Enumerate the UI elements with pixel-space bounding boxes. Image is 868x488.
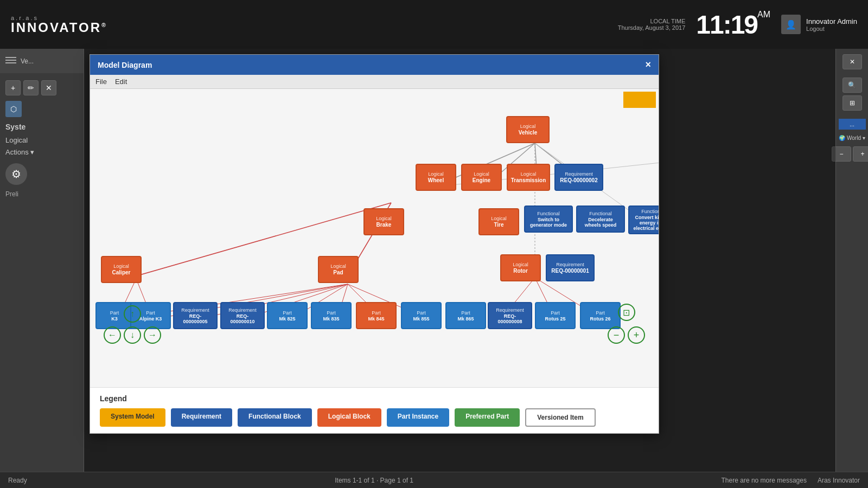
legend-logical-block[interactable]: Logical Block [317,408,381,427]
right-panel-plus-btn[interactable]: + [853,146,868,162]
zoom-out-btn[interactable]: − [608,326,625,344]
node-tire[interactable]: Logical Tire [478,208,519,235]
legend-title: Legend [100,394,649,403]
legend-requirement[interactable]: Requirement [171,408,232,427]
logo-area: a.r.a.s INNOVATOR® [11,15,107,34]
node-pad[interactable]: Logical Pad [318,256,359,283]
legend-functional-block[interactable]: Functional Block [238,408,312,427]
svg-line-22 [535,143,659,252]
nav-down-btn[interactable]: ↓ [124,326,141,344]
logo-bottom: INNOVATOR® [11,21,107,34]
node-transmission[interactable]: Logical Transmission [507,164,550,191]
top-bar: a.r.a.s INNOVATOR® LOCAL TIME Thursday, … [0,0,868,49]
sidebar-vehicle-label: Ve... [21,57,78,65]
legend-part-instance[interactable]: Part Instance [387,408,449,427]
node-req005[interactable]: Requirement REQ-000000005 [173,302,218,329]
clock-ampm: AM [757,10,770,20]
logout-link[interactable]: Logout [806,25,857,32]
legend-versioned-item[interactable]: Versioned Item [525,408,595,427]
diagram-area: Logical Vehicle Logical Wheel Logical En… [90,89,659,387]
time-label: LOCAL TIME [618,18,686,24]
legend-items: System Model Requirement Functional Bloc… [100,408,649,427]
nav-controls: ↑ ← ↓ → [104,305,161,344]
connections-svg [90,89,659,387]
node-mk865[interactable]: Part Mk 865 [445,302,486,329]
menu-edit[interactable]: Edit [115,78,127,86]
modal-title: Model Diagram [98,61,152,69]
sidebar-toolbar: + ✏ ✕ [5,78,78,98]
hamburger-icon[interactable] [5,57,16,66]
modal-close-btn[interactable]: × [645,59,651,70]
sidebar-content: + ✏ ✕ ⬡ Syste Logical Actions ▾ ⚙ Preli [0,73,84,202]
sidebar-icon-btn2[interactable]: ⬡ [5,101,22,117]
status-items: Items 1-1 of 1 · Page 1 of 1 [335,477,413,484]
node-vehicle[interactable]: Logical Vehicle [506,116,550,143]
sidebar-title: Syste [5,120,78,134]
right-panel-close-btn[interactable]: ✕ [843,54,862,69]
sidebar-edit-btn[interactable]: ✏ [23,80,39,95]
zoom-fit-btn[interactable]: ⊡ [618,304,635,321]
time-area: LOCAL TIME Thursday, August 3, 2017 11:1… [618,10,857,40]
nav-left-btn[interactable]: ← [104,326,121,344]
node-brake[interactable]: Logical Brake [363,208,404,235]
sidebar-gear[interactable]: ⚙ [5,163,27,185]
user-avatar: 👤 [781,15,801,34]
modal-overlay: Model Diagram × File Edit [84,49,835,472]
sidebar-prel: Preli [5,190,78,198]
node-req2[interactable]: Requirement REQ-00000002 [554,164,603,191]
nav-up-btn[interactable]: ↑ [124,305,141,323]
sidebar-delete-btn[interactable]: ✕ [41,80,56,95]
sidebar-actions[interactable]: Actions ▾ [5,146,78,158]
node-func2[interactable]: Functional Decelerate wheels speed [576,206,625,233]
time-date: Thursday, August 3, 2017 [618,24,686,31]
right-panel: ✕ 🔍 ⊞ ... 🌍 World ▾ − + [835,49,868,488]
status-ready: Ready [8,477,27,484]
node-caliper[interactable]: Logical Caliper [101,256,142,283]
zoom-controls: ⊡ − + [608,304,645,344]
status-no-messages: There are no more messages [722,477,807,484]
model-diagram-modal: Model Diagram × File Edit [90,54,659,434]
node-rotor[interactable]: Logical Rotor [500,254,541,281]
node-req008[interactable]: Requirement REQ-000000008 [488,302,532,329]
sidebar-top: Ve... [0,49,84,73]
menu-file[interactable]: File [95,78,107,86]
legend-preferred-part[interactable]: Preferred Part [455,408,520,427]
node-req1[interactable]: Requirement REQ-00000001 [546,254,595,281]
right-panel-blue-btn[interactable]: ... [839,119,866,130]
node-engine[interactable]: Logical Engine [461,164,502,191]
node-func1[interactable]: Functional Switch to generator mode [524,206,573,233]
status-app-name: Aras Innovator [818,477,860,484]
modal-header: Model Diagram × [90,55,659,75]
right-panel-world[interactable]: 🌍 World ▾ [839,135,865,141]
nav-row: ← ↓ → [104,326,161,344]
node-req010[interactable]: Requirement REQ-000000010 [220,302,265,329]
node-mk845[interactable]: Part Mk 845 [356,302,397,329]
node-wheel[interactable]: Logical Wheel [416,164,456,191]
node-mk855[interactable]: Part Mk 855 [401,302,442,329]
yellow-box [623,92,656,108]
node-mk835[interactable]: Part Mk 835 [311,302,352,329]
node-rotus25[interactable]: Part Rotus 25 [535,302,576,329]
user-area: 👤 Innovator Admin Logout [781,15,857,34]
sidebar: Ve... + ✏ ✕ ⬡ Syste Logical Actions ▾ ⚙ … [0,49,84,488]
menu-bar: File Edit [90,75,659,89]
sidebar-label: Logical [5,134,78,146]
node-mk825[interactable]: Part Mk 825 [267,302,308,329]
sidebar-add-btn[interactable]: + [5,80,21,95]
bottom-bar: Ready Items 1-1 of 1 · Page 1 of 1 There… [0,472,868,488]
legend: Legend System Model Requirement Function… [90,387,659,433]
zoom-in-btn[interactable]: + [628,326,645,344]
legend-system-model[interactable]: System Model [100,408,165,427]
nav-right-btn[interactable]: → [144,326,161,344]
user-name: Innovator Admin [806,17,857,25]
right-panel-search-btn[interactable]: 🔍 [843,78,862,93]
clock-display: 11:19 [696,10,757,40]
node-func3[interactable]: Functional Convert kinetic energy into e… [628,206,659,234]
right-panel-grid-btn[interactable]: ⊞ [843,95,862,111]
